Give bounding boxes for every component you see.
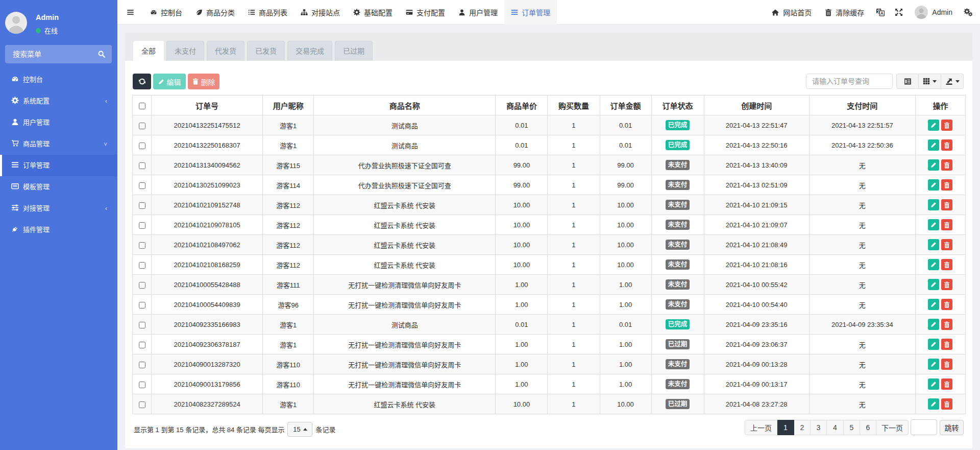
svg-text:A: A	[880, 11, 884, 16]
